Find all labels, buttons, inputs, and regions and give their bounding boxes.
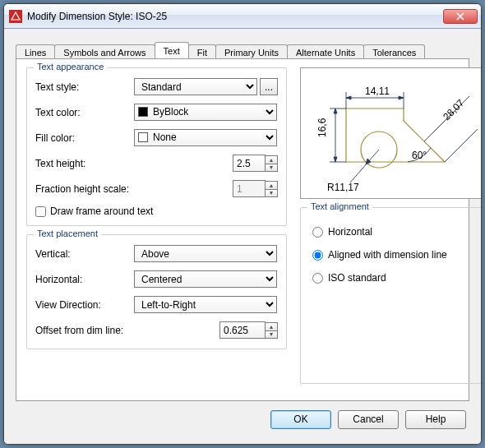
label-fill-color: Fill color: (35, 132, 134, 144)
label-align-iso: ISO standard (328, 272, 386, 284)
select-text-color[interactable] (134, 104, 277, 121)
legend-text-placement: Text placement (34, 229, 101, 238)
group-text-appearance: Text appearance Text style: Standard ...… (26, 67, 287, 226)
input-fraction-scale (233, 180, 266, 197)
window-title: Modify Dimension Style: ISO-25 (27, 11, 441, 22)
spinner-offset[interactable]: ▲▼ (265, 322, 278, 339)
radio-align-aligned[interactable] (312, 250, 323, 261)
close-button[interactable] (443, 9, 478, 24)
label-horizontal: Horizontal: (35, 274, 134, 285)
select-text-style[interactable]: Standard (134, 78, 257, 95)
legend-text-appearance: Text appearance (34, 62, 107, 72)
label-align-horizontal: Horizontal (328, 226, 372, 238)
label-vertical: Vertical: (35, 248, 134, 260)
tab-strip: Lines Symbols and Arrows Text Fit Primar… (16, 40, 469, 58)
select-horizontal[interactable]: Centered (134, 270, 277, 288)
tab-symbols-arrows[interactable]: Symbols and Arrows (54, 44, 155, 59)
label-offset: Offset from dim line: (35, 325, 150, 336)
group-text-placement: Text placement Vertical: Above Horizonta… (26, 234, 287, 349)
help-button[interactable]: Help (405, 410, 466, 429)
tab-alternate-units[interactable]: Alternate Units (287, 44, 364, 59)
dialog-footer: OK Cancel Help (16, 401, 469, 437)
input-offset[interactable] (219, 321, 266, 339)
radio-align-horizontal[interactable] (312, 227, 323, 238)
tab-fit[interactable]: Fit (188, 44, 216, 59)
label-align-aligned: Aligned with dimension line (328, 249, 447, 261)
tab-text[interactable]: Text (155, 42, 189, 58)
legend-text-alignment: Text alignment (307, 201, 372, 211)
input-text-height[interactable] (233, 155, 266, 172)
label-text-height: Text height: (35, 158, 134, 169)
cancel-button[interactable]: Cancel (338, 410, 399, 429)
svg-line-10 (445, 129, 478, 162)
select-fill-color[interactable] (134, 129, 277, 146)
label-text-style: Text style: (35, 81, 134, 93)
preview-dim-top: 14,11 (365, 85, 390, 97)
tab-lines[interactable]: Lines (16, 44, 55, 59)
group-text-alignment: Text alignment Horizontal Aligned with d… (300, 207, 482, 384)
preview-dim-left: 16,6 (316, 118, 328, 137)
titlebar: Modify Dimension Style: ISO-25 (4, 4, 481, 29)
ok-button[interactable]: OK (270, 410, 331, 429)
radio-align-iso[interactable] (312, 273, 323, 284)
label-draw-frame: Draw frame around text (50, 206, 153, 217)
svg-line-8 (350, 150, 379, 182)
preview-dim-diag: 28,07 (441, 97, 466, 122)
label-view-direction: View Direction: (35, 299, 134, 311)
spinner-text-height[interactable]: ▲▼ (265, 155, 278, 172)
dimension-preview: 14,11 16,6 R11,17 60° 28,07 (300, 67, 482, 199)
tab-primary-units[interactable]: Primary Units (215, 44, 288, 59)
label-text-color: Text color: (35, 107, 134, 118)
preview-dim-radius: R11,17 (327, 182, 359, 193)
label-fraction-scale: Fraction height scale: (35, 183, 150, 195)
tab-panel-text: Text appearance Text style: Standard ...… (16, 58, 469, 401)
dialog-window: Modify Dimension Style: ISO-25 Lines Sym… (3, 3, 482, 445)
select-vertical[interactable]: Above (134, 245, 277, 262)
checkbox-draw-frame[interactable] (35, 206, 46, 217)
app-icon (9, 10, 22, 23)
preview-dim-angle: 60° (412, 150, 427, 161)
spinner-fraction-scale: ▲▼ (265, 181, 278, 197)
client-area: Lines Symbols and Arrows Text Fit Primar… (4, 29, 481, 444)
select-view-direction[interactable]: Left-to-Right (134, 296, 277, 313)
text-style-browse-button[interactable]: ... (260, 78, 278, 95)
tab-tolerances[interactable]: Tolerances (363, 44, 425, 59)
